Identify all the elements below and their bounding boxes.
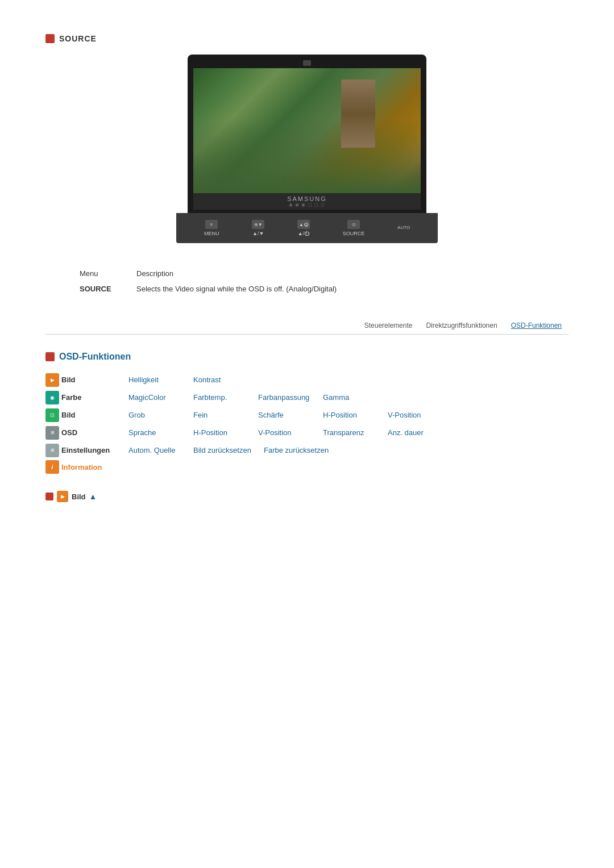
osd-bild2-col6[interactable]: V-Position <box>385 407 437 423</box>
tv-brand-bar: SAMSUNG ◉ ◉ ◉ ◻ ◻ ◻ <box>193 193 421 210</box>
source-ctrl-label: SOURCE <box>343 231 365 236</box>
osd-label-osd[interactable]: OSD <box>61 428 124 437</box>
osd-bild1-col2[interactable]: Helligkeit <box>126 372 189 387</box>
bild-footer: ▶ Bild ▲ <box>45 491 569 502</box>
tv-screen <box>193 68 421 193</box>
tv-brand-dots: ◉ ◉ ◉ ◻ ◻ ◻ <box>193 202 421 207</box>
osd-header: OSD-Funktionen <box>45 352 569 362</box>
tv-top-button <box>303 60 311 66</box>
osd-farbe-col2[interactable]: MagicColor <box>126 390 189 405</box>
tv-control-auto[interactable]: AUTO <box>397 223 410 233</box>
osd-section-icon <box>45 352 55 361</box>
osd-eins-col4[interactable]: Farbe zurücksetzen <box>262 443 330 458</box>
osd-eins-col3[interactable]: Bild zurücksetzen <box>191 443 259 458</box>
bright-label: ▲/⏻ <box>298 231 309 236</box>
osd-osd-col6[interactable]: Anz. dauer <box>385 425 437 440</box>
vol-label: ▲/▼ <box>252 231 264 236</box>
bild-footer-orange-icon: ▶ <box>57 491 68 502</box>
source-red-icon <box>45 34 55 43</box>
osd-row-bild2: ⊡ Bild Grob Fein Schärfe H-Position V-Po… <box>45 407 569 423</box>
col-menu-header: Menu <box>80 266 136 281</box>
source-title: SOURCE <box>59 34 97 43</box>
tv-control-source[interactable]: ⊙ SOURCE <box>343 220 365 236</box>
icon-einstellungen: ⊞ <box>45 444 59 457</box>
icon-bild-2: ⊡ <box>45 408 59 422</box>
osd-farbe-col4[interactable]: Farbanpassung <box>256 390 318 405</box>
osd-label-bild2[interactable]: Bild <box>61 411 124 419</box>
tv-top-bar <box>193 60 421 66</box>
icon-information: i <box>45 460 59 474</box>
bright-icon: ▲⏻ <box>297 220 310 229</box>
osd-farbe-col3[interactable]: Farbtemp. <box>191 390 254 405</box>
osd-farbe-col5[interactable]: Gamma <box>321 390 366 405</box>
tv-control-bright[interactable]: ▲⏻ ▲/⏻ <box>297 220 310 236</box>
osd-bild2-col3[interactable]: Fein <box>191 407 254 423</box>
description-table-section: Menu Description SOURCE Selects the Vide… <box>45 266 569 297</box>
osd-row-information: i Information <box>45 460 569 474</box>
osd-osd-col4[interactable]: V-Position <box>256 425 318 440</box>
osd-row-bild: ▶ Bild Helligkeit Kontrast <box>45 372 569 387</box>
nav-tabs: Steuerelemente Direktzugriffsfunktionen … <box>45 319 569 335</box>
osd-bild2-col5[interactable]: H-Position <box>321 407 383 423</box>
tab-osd-funktionen[interactable]: OSD-Funktionen <box>504 319 569 332</box>
icon-farbe: ◉ <box>45 391 59 404</box>
osd-row-osd: ⊞ OSD Sprache H-Position V-Position Tran… <box>45 425 569 440</box>
tv-control-vol[interactable]: ⊕▼ ▲/▼ <box>252 220 264 236</box>
osd-osd-col3[interactable]: H-Position <box>191 425 254 440</box>
tv-brand-name: SAMSUNG <box>193 195 421 202</box>
source-section-header: SOURCE <box>45 34 569 43</box>
tv-controls-bar: ≡ MENU ⊕▼ ▲/▼ ▲⏻ ▲/⏻ ⊙ SOURCE AUTO <box>176 213 438 243</box>
tab-steuerelemente[interactable]: Steuerelemente <box>358 319 420 332</box>
tab-direktzugriff[interactable]: Direktzugriffsfunktionen <box>419 319 504 332</box>
tv-control-menu[interactable]: ≡ MENU <box>204 220 219 236</box>
bild-up-arrow: ▲ <box>89 492 97 501</box>
osd-bild1-col3[interactable]: Kontrast <box>191 372 254 387</box>
osd-section-title: OSD-Funktionen <box>59 352 131 362</box>
tv-screen-wrapper: SAMSUNG ◉ ◉ ◉ ◻ ◻ ◻ <box>188 55 426 213</box>
osd-row-einstellungen: ⊞ Einstellungen Autom. Quelle Bild zurüc… <box>45 443 569 458</box>
bild-footer-red-icon <box>45 493 53 500</box>
tv-display: SAMSUNG ◉ ◉ ◉ ◻ ◻ ◻ ≡ MENU ⊕▼ ▲/▼ ▲⏻ ▲/⏻… <box>45 55 569 243</box>
col-description-header: Description <box>136 266 569 281</box>
menu-icon: ≡ <box>205 220 218 229</box>
icon-osd: ⊞ <box>45 426 59 440</box>
osd-bild2-col4[interactable]: Schärfe <box>256 407 318 423</box>
osd-label-bild1[interactable]: Bild <box>61 375 124 384</box>
table-row: SOURCE Selects the Video signal while th… <box>80 281 569 297</box>
osd-row-farbe: ◉ Farbe MagicColor Farbtemp. Farbanpassu… <box>45 390 569 405</box>
osd-label-information[interactable]: Information <box>61 463 124 471</box>
table-source-description: Selects the Video signal while the OSD i… <box>136 281 569 297</box>
osd-eins-col2[interactable]: Autom. Quelle <box>126 443 189 458</box>
osd-bild2-col2[interactable]: Grob <box>126 407 189 423</box>
menu-description-table: Menu Description SOURCE Selects the Vide… <box>80 266 569 297</box>
menu-label: MENU <box>204 231 219 236</box>
icon-bild-1: ▶ <box>45 373 59 387</box>
page-container: SOURCE SAMSUNG ◉ ◉ ◉ ◻ ◻ ◻ ≡ MENU ⊕▼ ▲/▼ <box>0 0 614 536</box>
auto-icon: AUTO <box>397 223 410 232</box>
source-ctrl-icon: ⊙ <box>347 220 360 229</box>
osd-osd-col2[interactable]: Sprache <box>126 425 189 440</box>
osd-osd-col5[interactable]: Transparenz <box>321 425 383 440</box>
osd-label-einstellungen[interactable]: Einstellungen <box>61 446 124 454</box>
bild-footer-label: Bild <box>72 493 86 501</box>
osd-section: OSD-Funktionen ▶ Bild Helligkeit Kontras… <box>45 352 569 474</box>
vol-icon: ⊕▼ <box>252 220 264 229</box>
osd-label-farbe[interactable]: Farbe <box>61 393 124 402</box>
table-source-label: SOURCE <box>80 281 136 297</box>
